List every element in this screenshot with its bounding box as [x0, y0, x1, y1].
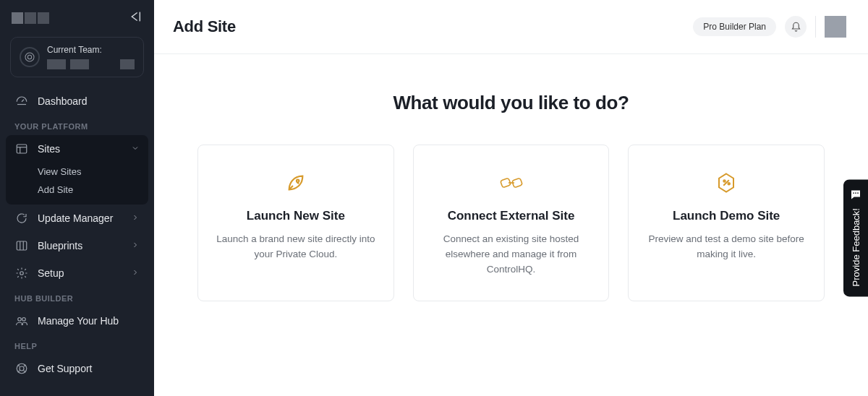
rocket-icon	[214, 170, 378, 196]
nav-sites-view[interactable]: View Sites	[38, 163, 148, 181]
card-connect-external[interactable]: Connect External Site Connect an existin…	[413, 145, 610, 301]
team-selector[interactable]: Current Team:	[10, 37, 144, 77]
link-icon	[430, 170, 593, 196]
chevron-right-icon	[131, 212, 140, 224]
svg-rect-3	[17, 241, 27, 250]
chat-icon	[849, 188, 862, 201]
chevron-right-icon	[131, 240, 140, 251]
chevron-down-icon	[131, 143, 140, 155]
team-thumbnails	[47, 59, 135, 69]
nav-section-platform: YOUR PLATFORM	[0, 115, 154, 135]
nav-section-help: HELP	[0, 335, 154, 355]
card-launch-new-site[interactable]: Launch New Site Launch a brand new site …	[197, 145, 394, 301]
svg-point-9	[297, 180, 299, 182]
nav-manage-hub[interactable]: Manage Your Hub	[0, 307, 154, 335]
nav-label: Setup	[38, 267, 64, 279]
main-heading: What would you like to do?	[197, 92, 825, 114]
svg-point-8	[20, 366, 24, 371]
refresh-icon	[14, 212, 29, 225]
feedback-label: Provide Feedback!	[851, 208, 861, 286]
lifebuoy-icon	[14, 362, 29, 375]
header-divider	[815, 16, 816, 38]
card-title: Connect External Site	[430, 209, 593, 223]
gear-icon	[14, 267, 29, 280]
svg-point-12	[723, 180, 726, 182]
layout-icon	[14, 142, 29, 155]
chevron-right-icon	[131, 267, 140, 279]
page-title: Add Site	[173, 17, 236, 36]
card-desc: Preview and test a demo site before maki…	[644, 232, 808, 262]
nav-label: Sites	[38, 143, 60, 155]
user-avatar[interactable]	[825, 16, 846, 38]
nav-sites-add[interactable]: Add Site	[38, 181, 148, 199]
nav-update-manager[interactable]: Update Manager	[0, 205, 154, 232]
columns-icon	[14, 239, 29, 252]
card-desc: Connect an existing site hosted elsewher…	[430, 232, 593, 277]
card-title: Launch New Site	[214, 209, 378, 223]
nav-label: Get Support	[38, 363, 93, 374]
svg-point-0	[27, 55, 31, 59]
nav-blueprints[interactable]: Blueprints	[0, 232, 154, 259]
nav-sites-group: Sites View Sites Add Site	[6, 135, 148, 205]
app-logo	[12, 12, 49, 24]
nav-dashboard[interactable]: Dashboard	[0, 87, 154, 115]
nav-section-hub: HUB BUILDER	[0, 287, 154, 307]
main-area: Add Site Pro Builder Plan What would you…	[154, 0, 868, 396]
team-avatar-icon	[20, 47, 40, 67]
svg-point-13	[728, 183, 731, 185]
feedback-tab[interactable]: Provide Feedback!	[843, 179, 868, 296]
svg-point-6	[22, 318, 26, 322]
svg-point-5	[18, 318, 22, 322]
bell-icon	[791, 22, 801, 33]
card-desc: Launch a brand new site directly into yo…	[214, 232, 378, 262]
nav-label: Manage Your Hub	[38, 315, 119, 327]
page-header: Add Site Pro Builder Plan	[154, 0, 868, 54]
nav-label: Dashboard	[38, 95, 88, 107]
svg-rect-2	[17, 145, 27, 153]
collapse-sidebar-button[interactable]	[127, 10, 142, 25]
hexagon-icon	[644, 170, 808, 196]
nav-get-support[interactable]: Get Support	[0, 355, 154, 382]
nav-sites[interactable]: Sites	[6, 135, 148, 163]
nav-label: Blueprints	[38, 240, 82, 251]
card-title: Launch Demo Site	[644, 209, 808, 223]
nav-label: Update Manager	[38, 212, 113, 224]
notifications-button[interactable]	[785, 16, 807, 38]
plan-badge[interactable]: Pro Builder Plan	[693, 17, 776, 36]
team-label: Current Team:	[47, 45, 135, 55]
nav-setup[interactable]: Setup	[0, 259, 154, 287]
gauge-icon	[14, 95, 29, 108]
card-launch-demo[interactable]: Launch Demo Site Preview and test a demo…	[628, 145, 825, 301]
option-cards: Launch New Site Launch a brand new site …	[197, 145, 825, 301]
svg-point-4	[20, 272, 24, 275]
sidebar: Current Team: Dashboard YOUR PLATFORM Si…	[0, 0, 154, 396]
svg-point-1	[25, 53, 34, 61]
users-icon	[14, 314, 29, 327]
